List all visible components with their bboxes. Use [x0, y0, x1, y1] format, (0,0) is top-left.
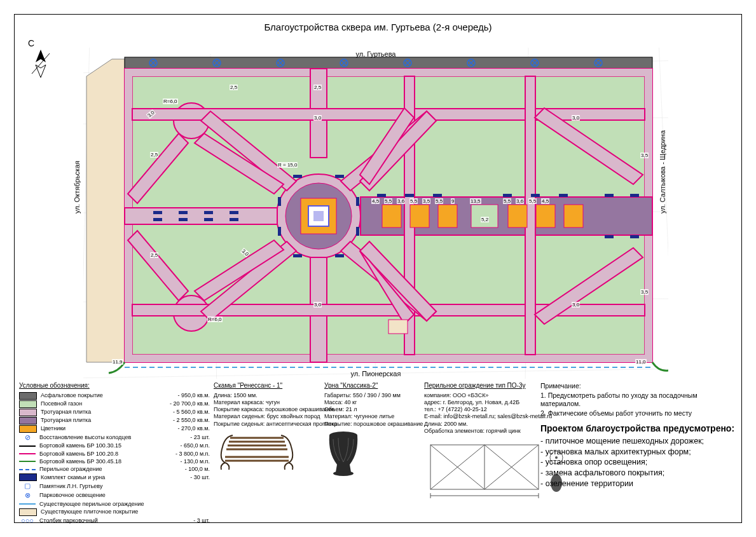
legend-label: Существующее перильное ограждение: [39, 501, 144, 508]
legend-label: Перильное ограждение: [39, 466, 102, 473]
legend-label: Тротуарная плитка: [41, 409, 91, 416]
dim-25c: 2,5: [150, 152, 158, 158]
dim-p9: 9: [451, 198, 455, 204]
legend-column: Условные обозначения: Асфальтовое покрыт…: [19, 382, 210, 526]
compass-icon: [28, 48, 53, 79]
svg-rect-59: [204, 218, 213, 221]
svg-rect-46: [335, 175, 344, 178]
legend-label: Существующее плиточное покрытие: [41, 508, 138, 515]
legend-row: ⊘Восстановление высоты колодцев- 23 шт.: [19, 433, 210, 442]
street-bottom: ул. Пионерская: [83, 370, 668, 377]
dim-25a: 2,5: [230, 85, 238, 90]
urn-spec-line: Материал: чугунное литье: [324, 413, 432, 420]
svg-rect-12: [313, 211, 324, 221]
svg-rect-56: [230, 211, 238, 214]
north-arrow: С: [28, 38, 53, 79]
legend-swatch: ○○○: [19, 517, 36, 526]
svg-rect-48: [356, 197, 359, 206]
legend-row: Тротуарная плитка- 2 550,0 кв.м.: [19, 417, 210, 425]
legend-swatch: [19, 400, 37, 408]
svg-rect-54: [179, 211, 188, 214]
legend-swatch: [19, 425, 37, 433]
legend-row: Бортовой камень БР 100.20.8- 3 800,0 м.п…: [19, 451, 210, 458]
scope-line: - озеленение территории: [540, 479, 738, 489]
legend-value: - 3 800,0 м.п.: [170, 451, 210, 458]
svg-rect-68: [630, 194, 639, 197]
scope-line: - установка опор освещения;: [540, 458, 738, 468]
dim-p45b: 4,5: [541, 198, 549, 204]
bench-spec-line: Материал каркаса: чугун: [214, 399, 341, 406]
legend-row: Цветники- 270,0 кв.м.: [19, 425, 210, 433]
compass-label: С: [28, 38, 53, 48]
dim-30b: 3,0: [313, 302, 322, 308]
legend-swatch: [19, 508, 37, 516]
urn-spec-line: Масса: 40 кг: [324, 399, 432, 406]
dim-25b: 2,5: [313, 85, 322, 90]
legend-value: - 2 550,0 кв.м.: [168, 417, 210, 424]
legend-value: - 3 шт.: [188, 517, 210, 524]
svg-rect-55: [204, 211, 213, 214]
legend-swatch: [19, 445, 36, 447]
dim-25d: 2,5: [150, 252, 158, 258]
legend-swatch: [19, 503, 36, 505]
note-line: 1. Предусмотреть работы по уходу за поса…: [540, 391, 738, 408]
svg-marker-1: [36, 65, 46, 78]
legend-row: Асфальтовое покрытие- 950,0 кв.м.: [19, 392, 210, 400]
legend-value: - 100,0 м.: [180, 466, 210, 473]
legend-swatch: [19, 453, 36, 454]
legend-row: ○○○Столбик парковочный- 3 шт.: [19, 517, 210, 526]
legend-row: ▢Памятник Л.Н. Гуртьеву: [19, 482, 210, 491]
legend-value: - 20 700,0 кв.м.: [165, 400, 210, 407]
dim-p36a: 3,6: [397, 198, 405, 204]
legend-label: Бортовой камень БР 100.20.8: [39, 451, 118, 458]
svg-rect-60: [230, 218, 238, 221]
svg-rect-50: [356, 227, 359, 236]
legend-label: Тротуарная плитка: [41, 417, 91, 424]
svg-rect-39: [438, 205, 457, 228]
dim-p55b: 5,5: [409, 198, 418, 204]
legend-swatch: ⊘: [19, 433, 36, 442]
svg-rect-57: [153, 218, 162, 221]
legend-label: Парковочное освещение: [39, 492, 106, 499]
legend-label: Комплект скамьи и урна: [41, 474, 105, 481]
svg-marker-0: [36, 50, 46, 62]
urn-spec: Урна "Классика-2" Габариты: 550 / 390 / …: [324, 382, 432, 479]
dim-p135: 13,5: [470, 198, 481, 204]
svg-rect-42: [564, 205, 583, 228]
svg-rect-43: [471, 205, 498, 228]
legend-swatch: [19, 461, 36, 462]
drawing-title: Благоустройства сквера им. Гуртьева (2-я…: [0, 22, 756, 32]
bench-title: Скамья "Ренессанс - 1": [214, 382, 341, 390]
svg-rect-41: [536, 205, 555, 228]
legend-label: Бортовой камень БР 300.45.18: [39, 458, 121, 465]
urn-spec-line: Покрытие: порошковое окрашивание: [324, 421, 432, 428]
page: Благоустройства сквера им. Гуртьева (2-я…: [0, 0, 756, 537]
dim-p55e: 5,5: [528, 198, 537, 204]
legend-label: Столбик парковочный: [39, 517, 98, 524]
svg-rect-40: [508, 205, 527, 228]
legend-row: Существующее перильное ограждение: [19, 501, 210, 508]
svg-rect-62: [405, 194, 414, 197]
bench-spec: Скамья "Ренессанс - 1" Длина: 1500 мм.Ма…: [214, 382, 341, 472]
note-line: 2. Фактические объемы работ уточнить по …: [540, 409, 738, 418]
dim-30c: 3,0: [572, 115, 580, 121]
svg-rect-69: [605, 235, 614, 238]
dim-30d: 3,0: [572, 302, 580, 308]
legend-row: ⊗Парковочное освещение: [19, 491, 210, 500]
legend-label: Бортовой камень БР 100.30.15: [39, 442, 121, 449]
dim-119: 11,9: [112, 359, 123, 365]
dim-p52: 5,2: [481, 217, 489, 222]
legend-value: - 130,0 м.п.: [175, 458, 210, 465]
svg-rect-70: [630, 235, 639, 238]
urn-spec-line: Объем: 21 л: [324, 406, 432, 413]
legend-row: Бортовой камень БР 300.45.18- 130,0 м.п.: [19, 458, 210, 465]
legend-value: - 30 шт.: [185, 474, 210, 481]
svg-rect-65: [531, 194, 540, 197]
notes-heading: Примечание:: [540, 382, 738, 390]
legend-row: Посевной газон- 20 700,0 кв.м.: [19, 400, 210, 408]
street-top: ул. Гуртьева: [83, 50, 668, 58]
svg-rect-45: [293, 175, 302, 178]
svg-rect-49: [278, 227, 281, 236]
dim-r1: R=6,0: [163, 99, 178, 104]
legend-label: Цветники: [41, 425, 65, 432]
